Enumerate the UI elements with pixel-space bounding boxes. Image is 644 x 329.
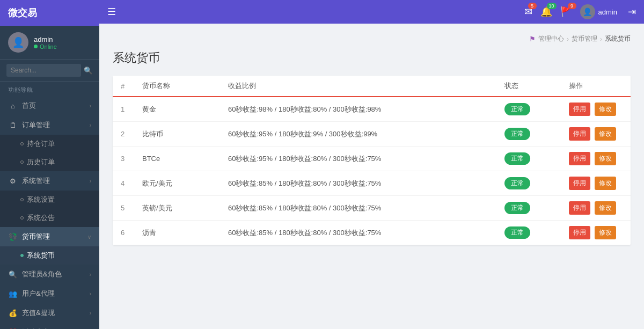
cell-num: 2 bbox=[113, 122, 134, 147]
chevron-icon: › bbox=[90, 178, 91, 184]
user-name: admin bbox=[34, 35, 57, 43]
status-dot bbox=[34, 45, 38, 48]
sidebar-item-history-orders[interactable]: 历史订单 bbox=[0, 153, 99, 171]
main-area: ☰ ✉ 5 🔔 10 🚩 9 👤 admin ⇥ ⚑ bbox=[99, 0, 644, 329]
breadcrumb-icon: ⚑ bbox=[529, 35, 536, 43]
cell-name: BTCe bbox=[134, 147, 220, 171]
breadcrumb-admin[interactable]: 管理中心 bbox=[538, 34, 564, 43]
cell-num: 3 bbox=[113, 147, 134, 171]
cell-name: 比特币 bbox=[134, 122, 220, 147]
cell-ratio: 60秒收益:98% / 180秒收益:80% / 300秒收益:98% bbox=[220, 97, 496, 122]
cell-ratio: 60秒收益:85% / 180秒收益:80% / 300秒收益:75% bbox=[220, 171, 496, 196]
sub-dot bbox=[20, 216, 24, 220]
currency-icon: 💱 bbox=[8, 233, 18, 241]
sidebar-item-activity-center[interactable]: 🎁 活动中心 › bbox=[0, 323, 99, 329]
topbar-username: admin bbox=[598, 8, 617, 16]
avatar: 👤 bbox=[8, 32, 28, 53]
table-row: 2 比特币 60秒收益:95% / 180秒收益:9% / 300秒收益:99%… bbox=[113, 122, 631, 147]
order-icon: 🗒 bbox=[8, 121, 18, 129]
cell-action: 停用 修改 bbox=[561, 147, 631, 171]
edit-button[interactable]: 修改 bbox=[595, 177, 616, 190]
cell-ratio: 60秒收益:85% / 180秒收益:80% / 300秒收益:75% bbox=[220, 196, 496, 221]
edit-button[interactable]: 修改 bbox=[595, 226, 616, 239]
stop-button[interactable]: 停用 bbox=[569, 152, 590, 165]
sidebar-item-sys-mgmt[interactable]: ⚙ 系统管理 › bbox=[0, 171, 99, 191]
cell-name: 欧元/美元 bbox=[134, 171, 220, 196]
search-input[interactable] bbox=[6, 64, 81, 77]
sidebar-item-label: 货币管理 bbox=[22, 232, 50, 242]
sidebar-item-open-orders[interactable]: 持仓订单 bbox=[0, 135, 99, 153]
sidebar-item-deposit-withdraw[interactable]: 💰 充值&提现 › bbox=[0, 303, 99, 323]
table-header-row: # 货币名称 收益比例 状态 操作 bbox=[113, 76, 631, 97]
table-row: 6 沥青 60秒收益:85% / 180秒收益:80% / 300秒收益:75%… bbox=[113, 221, 631, 245]
breadcrumb-currency-mgmt[interactable]: 货币管理 bbox=[572, 34, 597, 43]
topbar-user-menu[interactable]: 👤 admin bbox=[580, 4, 617, 19]
cell-action: 停用 修改 bbox=[561, 171, 631, 196]
currency-submenu: 系统货币 bbox=[0, 246, 99, 265]
notifications-bell-button[interactable]: 🔔 10 bbox=[540, 6, 552, 18]
cell-status: 正常 bbox=[496, 122, 561, 147]
sidebar-item-home[interactable]: ⌂ 首页 › bbox=[0, 96, 99, 115]
page-title: 系统货币 bbox=[113, 50, 631, 66]
deposit-icon: 💰 bbox=[8, 309, 18, 317]
chevron-icon: › bbox=[90, 103, 91, 109]
cell-ratio: 60秒收益:95% / 180秒收益:80% / 300秒收益:75% bbox=[220, 147, 496, 171]
user-info: admin Online bbox=[34, 35, 57, 50]
order-submenu: 持仓订单 历史订单 bbox=[0, 135, 99, 171]
cell-status: 正常 bbox=[496, 171, 561, 196]
status-badge: 正常 bbox=[504, 177, 530, 189]
search-button[interactable]: 🔍 bbox=[84, 67, 93, 75]
chevron-icon: › bbox=[90, 272, 91, 277]
sidebar-item-admin-roles[interactable]: 🔍 管理员&角色 › bbox=[0, 265, 99, 284]
chevron-icon: › bbox=[90, 291, 91, 297]
cell-name: 黄金 bbox=[134, 97, 220, 122]
status-badge: 正常 bbox=[504, 128, 530, 140]
cell-status: 正常 bbox=[496, 221, 561, 245]
table-row: 1 黄金 60秒收益:98% / 180秒收益:80% / 300秒收益:98%… bbox=[113, 97, 631, 122]
cell-ratio: 60秒收益:95% / 180秒收益:9% / 300秒收益:99% bbox=[220, 122, 496, 147]
breadcrumb: ⚑ 管理中心 › 货币管理 › 系统货币 bbox=[113, 34, 631, 43]
sidebar-item-sys-settings[interactable]: 系统设置 bbox=[0, 191, 99, 209]
sub-dot bbox=[20, 160, 24, 164]
cell-num: 6 bbox=[113, 221, 134, 245]
col-header-num: # bbox=[113, 76, 134, 97]
stop-button[interactable]: 停用 bbox=[569, 201, 590, 215]
sidebar-item-currency-mgmt[interactable]: 💱 货币管理 ∨ bbox=[0, 227, 99, 246]
admin-icon: 🔍 bbox=[8, 270, 18, 279]
stop-button[interactable]: 停用 bbox=[569, 226, 590, 239]
notifications-email-button[interactable]: ✉ 5 bbox=[524, 6, 532, 18]
sidebar-item-sys-currency[interactable]: 系统货币 bbox=[0, 246, 99, 265]
cell-name: 英镑/美元 bbox=[134, 196, 220, 221]
logout-button[interactable]: ⇥ bbox=[628, 6, 636, 18]
sidebar-item-label: 充值&提现 bbox=[22, 308, 55, 318]
breadcrumb-current: 系统货币 bbox=[605, 34, 631, 43]
edit-button[interactable]: 修改 bbox=[595, 127, 616, 141]
sidebar-item-order-mgmt[interactable]: 🗒 订单管理 › bbox=[0, 115, 99, 135]
stop-button[interactable]: 停用 bbox=[569, 103, 590, 116]
edit-button[interactable]: 修改 bbox=[595, 152, 616, 165]
cell-action: 停用 修改 bbox=[561, 122, 631, 147]
status-badge: 正常 bbox=[504, 202, 530, 214]
col-header-action: 操作 bbox=[561, 76, 631, 97]
sidebar: 微交易 👤 admin Online 🔍 功能导航 ⌂ 首页 › 🗒 订单管理 … bbox=[0, 0, 99, 329]
sys-submenu: 系统设置 系统公告 bbox=[0, 191, 99, 227]
sub-dot bbox=[20, 142, 24, 145]
status-badge: 正常 bbox=[504, 103, 530, 115]
home-icon: ⌂ bbox=[8, 102, 18, 110]
stop-button[interactable]: 停用 bbox=[569, 177, 590, 190]
content-area: ⚑ 管理中心 › 货币管理 › 系统货币 系统货币 # 货币名称 收益比例 状态… bbox=[99, 24, 644, 329]
sidebar-item-label: 订单管理 bbox=[22, 120, 50, 130]
sidebar-item-sys-announce[interactable]: 系统公告 bbox=[0, 209, 99, 227]
bell-badge: 10 bbox=[547, 3, 557, 9]
edit-button[interactable]: 修改 bbox=[595, 103, 616, 116]
sub-dot bbox=[20, 198, 24, 201]
col-header-ratio: 收益比例 bbox=[220, 76, 496, 97]
chevron-down-icon: ∨ bbox=[87, 234, 91, 240]
stop-button[interactable]: 停用 bbox=[569, 127, 590, 141]
table-row: 3 BTCe 60秒收益:95% / 180秒收益:80% / 300秒收益:7… bbox=[113, 147, 631, 171]
hamburger-button[interactable]: ☰ bbox=[107, 6, 116, 18]
notifications-flag-button[interactable]: 🚩 9 bbox=[560, 6, 572, 18]
sidebar-item-users-agents[interactable]: 👥 用户&代理 › bbox=[0, 284, 99, 303]
app-logo: 微交易 bbox=[8, 6, 37, 19]
edit-button[interactable]: 修改 bbox=[595, 201, 616, 215]
